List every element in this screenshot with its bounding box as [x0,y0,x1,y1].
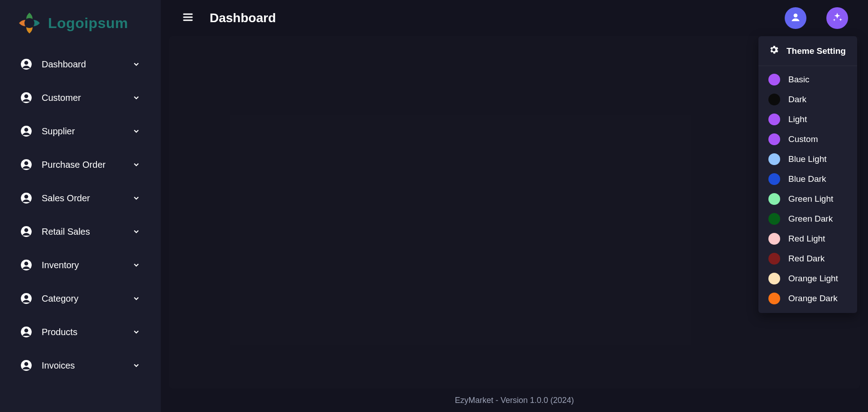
theme-item-red-dark[interactable]: Red Dark [758,249,857,269]
theme-swatch [768,173,780,185]
chevron-down-icon [132,194,141,203]
person-icon [20,292,33,305]
person-icon [20,58,33,71]
theme-popover-header: Theme Setting [758,36,857,66]
theme-item-green-light[interactable]: Green Light [758,189,857,209]
profile-button[interactable] [785,7,806,29]
svg-point-7 [24,161,29,165]
theme-item-dark[interactable]: Dark [758,90,857,109]
theme-swatch [768,273,780,284]
chevron-down-icon [132,227,141,236]
svg-point-17 [24,328,29,332]
person-icon [20,259,33,271]
svg-rect-20 [183,14,193,15]
sidebar-item-customer[interactable]: Customer [9,83,152,112]
theme-swatch [768,74,780,85]
chevron-down-icon [132,260,141,270]
theme-item-label: Red Light [788,234,825,244]
svg-point-5 [24,128,29,132]
theme-swatch [768,233,780,245]
sidebar-item-label: Invoices [42,360,132,371]
theme-item-basic[interactable]: Basic [758,70,857,90]
sidebar-item-retail-sales[interactable]: Retail Sales [9,217,152,246]
theme-item-blue-dark[interactable]: Blue Dark [758,169,857,189]
theme-item-label: Green Dark [788,214,833,224]
theme-swatch [768,213,780,225]
theme-swatch [768,193,780,205]
chevron-down-icon [132,327,141,336]
svg-rect-22 [183,19,193,21]
logo[interactable]: Logoipsum [0,0,161,50]
theme-popover-title: Theme Setting [786,46,846,56]
sidebar-item-invoices[interactable]: Invoices [9,351,152,380]
footer-text: EzyMarket - Version 1.0.0 (2024) [455,396,574,405]
theme-item-light[interactable]: Light [758,109,857,129]
theme-item-label: Orange Dark [788,294,838,303]
topbar: Dashboard [161,0,868,36]
theme-item-label: Red Dark [788,254,825,264]
sidebar-item-supplier[interactable]: Supplier [9,117,152,146]
sidebar-item-label: Customer [42,93,132,103]
sidebar-item-sales-order[interactable]: Sales Order [9,184,152,213]
person-icon [20,359,33,372]
sidebar-item-label: Dashboard [42,59,132,70]
theme-swatch [768,153,780,165]
sidebar-item-label: Category [42,294,132,304]
chevron-down-icon [132,294,141,303]
theme-item-label: Light [788,114,807,124]
theme-item-label: Dark [788,95,806,104]
theme-item-label: Basic [788,75,809,85]
theme-button[interactable] [826,7,848,29]
svg-point-9 [24,194,29,199]
svg-point-15 [24,295,29,299]
theme-item-custom[interactable]: Custom [758,129,857,149]
sidebar-item-inventory[interactable]: Inventory [9,251,152,279]
theme-item-label: Orange Light [788,274,838,284]
content-area [169,36,860,388]
theme-item-blue-light[interactable]: Blue Light [758,149,857,169]
chevron-down-icon [132,361,141,370]
theme-item-red-light[interactable]: Red Light [758,229,857,249]
theme-list: Basic Dark Light Custom Blue Light Blue … [758,66,857,313]
sidebar-item-label: Products [42,327,132,337]
person-icon [20,158,33,171]
theme-popover: Theme Setting Basic Dark Light Custom Bl… [758,36,857,313]
chevron-down-icon [132,127,141,136]
sidebar-item-label: Sales Order [42,193,132,204]
sidebar-item-label: Inventory [42,260,132,270]
theme-swatch [768,114,780,125]
person-icon [20,91,33,104]
chevron-down-icon [132,93,141,102]
chevron-down-icon [132,160,141,169]
sidebar-nav: Dashboard Customer Supplier [0,50,161,384]
sidebar-item-label: Supplier [42,126,132,137]
page-title: Dashboard [210,11,276,25]
theme-item-label: Custom [788,134,818,144]
chevron-down-icon [132,60,141,69]
theme-swatch [768,133,780,145]
theme-item-orange-light[interactable]: Orange Light [758,269,857,289]
sidebar: Logoipsum Dashboard Customer Suppli [0,0,161,412]
svg-point-11 [24,228,29,232]
logo-mark-icon [17,11,42,35]
theme-item-green-dark[interactable]: Green Dark [758,209,857,229]
person-icon [20,225,33,238]
sidebar-item-dashboard[interactable]: Dashboard [9,50,152,79]
sidebar-item-label: Purchase Order [42,160,132,170]
theme-item-label: Blue Dark [788,174,826,184]
sidebar-item-category[interactable]: Category [9,284,152,313]
svg-point-1 [24,61,29,65]
theme-item-orange-dark[interactable]: Orange Dark [758,289,857,308]
sidebar-item-products[interactable]: Products [9,317,152,346]
svg-rect-21 [183,17,193,18]
sidebar-item-label: Retail Sales [42,227,132,237]
theme-swatch [768,253,780,265]
sidebar-item-purchase-order[interactable]: Purchase Order [9,150,152,179]
svg-point-19 [24,362,29,366]
logo-text: Logoipsum [48,15,128,32]
person-icon [790,11,801,25]
theme-swatch [768,94,780,105]
footer: EzyMarket - Version 1.0.0 (2024) [161,388,868,412]
menu-button[interactable] [181,11,195,25]
gear-icon [768,44,779,57]
